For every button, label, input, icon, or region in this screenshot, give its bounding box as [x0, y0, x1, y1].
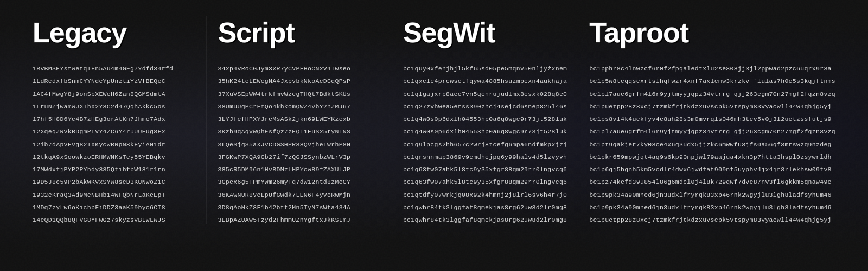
- address-item[interactable]: 17hf5H8D6Yc4B7zHEg3orAtKn7Jhme7Adx: [33, 114, 195, 124]
- address-item[interactable]: bc1p9pk34a90mned6jn3udxlfryrqk83xp46rnk2…: [589, 190, 835, 199]
- address-item[interactable]: bc1pt9qakjer7ky08ce4x6q3udx5jjzkc6mwwfu8…: [589, 140, 835, 149]
- address-item[interactable]: 3LYJfcfHPXYJreMsASk2jkn69LWEYKzexb: [218, 114, 380, 124]
- address-item[interactable]: bc1pl7aue6grfm4l6r9yjtmyyjqpz34vtrrg qjj…: [589, 89, 835, 99]
- address-item[interactable]: bc1q4w0s0p6dxlh04553hp0a6q8wgc9r73jt528l…: [403, 114, 567, 124]
- address-item[interactable]: bc1qlgajxrp8aee7vn5qcnrujudlmx8csxk028q8…: [403, 89, 567, 99]
- address-item[interactable]: bc1pl7aue6grfm4l6r9yjtmyyjqpz34vtrrg qjj…: [589, 127, 835, 136]
- address-item[interactable]: bc1pphr8c4lnwzcf6r0f2fpqaledtxlu2se808jj…: [589, 64, 835, 73]
- title-script: Script: [218, 16, 380, 49]
- address-item[interactable]: bc1qtdfy07wrkjq08x92k4hmnj2j8lrl6sv6h4r7…: [403, 190, 567, 199]
- title-legacy: Legacy: [33, 16, 195, 49]
- address-item[interactable]: bc1qrsnnmap3869v9cmdhcjpq6y99halv4d5lzvy…: [403, 152, 567, 162]
- address-item[interactable]: 14eQD1QQb8QFVG8YFwGz7skyzsvBLWLwJS: [33, 215, 195, 224]
- address-item[interactable]: 35hK24tcLEWcgNA4JxpvbkNkoAcDGqQPsP: [218, 76, 380, 86]
- address-list-legacy: 1BvBMSEYstWetqTFn5Au4m4GFg7xdfd34rfd1LdR…: [33, 64, 195, 224]
- title-taproot: Taproot: [589, 16, 835, 49]
- page-container: Legacy1BvBMSEYstWetqTFn5Au4m4GFg7xdfd34r…: [0, 0, 868, 235]
- address-item[interactable]: 3Kzh9qAqVWQhEsfQz7zEQL1EuSx5tyNLNS: [218, 127, 380, 136]
- address-item[interactable]: bc1q27zvhwea5erss390zhcj4sejcd6snep825l4…: [403, 102, 567, 111]
- address-item[interactable]: 19D5J8c59P2bAkWKvxSYw8scD3KUNWoZ1C: [33, 177, 195, 186]
- address-item[interactable]: 1932eKraQ3Ad9MeNBHb14WFQbNrLaKeEpT: [33, 190, 195, 199]
- column-legacy: Legacy1BvBMSEYstWetqTFn5Au4m4GFg7xdfd34r…: [22, 16, 207, 224]
- address-item[interactable]: 1LruNZjwamWJXThX2Y8C2d47QqhAkkc5os: [33, 102, 195, 111]
- address-item[interactable]: 36KAwNUR8VeLpUfGwdk7LEN6F4yvoRWMjn: [218, 190, 380, 199]
- address-item[interactable]: 17MWdxfjPYP2PYhdy885QtihfbW181r1rn: [33, 165, 195, 174]
- address-item[interactable]: 3Gpex6g5FPmYWm26myFq7dW12ntd8zMcCY: [218, 177, 380, 186]
- address-item[interactable]: 37XuVSEpWW4trkfmvWzegTHQt7BdktSKUs: [218, 89, 380, 99]
- address-item[interactable]: 34xp4vRoCGJym3xR7yCVPFHoCNxv4Twseo: [218, 64, 380, 73]
- address-item[interactable]: bc1puetpp28z8xcj7tzmkfrjtkdzxuvscpk5vtsp…: [589, 215, 835, 224]
- address-item[interactable]: 3EBpAZUAW5Tzyd2FhmmUZnYgftxJkKSLmJ: [218, 215, 380, 224]
- address-item[interactable]: 3LQeSjqS5aXJVCDGSHPR88QvjheTwrhP8N: [218, 140, 380, 149]
- address-item[interactable]: bc1p9pk34a90mned6jn3udxlfryrqk83xp46rnk2…: [589, 203, 835, 212]
- address-item[interactable]: bc1p6qj5hgnh5km5vcdlr4dwx6jwdfat909nf5uy…: [589, 165, 835, 174]
- address-item[interactable]: bc1q63fw07ahk5l8tc9y35xfgr88qm29rr0lngvc…: [403, 177, 567, 186]
- address-item[interactable]: 385cR5DM96n1HvBDMzLHPYcw89fZAXULJP: [218, 165, 380, 174]
- address-item[interactable]: bc1qwhr84tk3lggfaf8qmekjas8rg62uw8d2lr0m…: [403, 203, 567, 212]
- title-segwit: SegWit: [403, 16, 567, 49]
- address-item[interactable]: bc1qwhr84tk3lggfaf8qmekjas8rg62uw8d2lr0m…: [403, 215, 567, 224]
- address-item[interactable]: bc1ps8vl4k4uckfyv4e8uh28s3m0mvrqls046mh3…: [589, 114, 835, 124]
- address-list-taproot: bc1pphr8c4lnwzcf6r0f2fpqaledtxlu2se808jj…: [589, 64, 835, 224]
- address-item[interactable]: 12XqeqZRVkBDgmPLVY4ZC6Y4ruUUEug8Fx: [33, 127, 195, 136]
- column-segwit: SegWitbc1quy0xfenjhjl5kf65sd05pe5mqnv50n…: [392, 16, 578, 224]
- address-list-script: 34xp4vRoCGJym3xR7yCVPFHoCNxv4Twseo35hK24…: [218, 64, 380, 224]
- address-item[interactable]: bc1p5w8tcqqscxrtslhqfwzr4xnf7axlcmw3krzk…: [589, 76, 835, 86]
- address-item[interactable]: 1AC4fMwgY8j9onSbXEWeH6Zan8QGMSdmtA: [33, 89, 195, 99]
- address-item[interactable]: 3FGKwP7XQA9Gb27if7zQGJSSynbzWLrV3p: [218, 152, 380, 162]
- address-item[interactable]: 3D8qAoMkZ8F1b42btt2Mn5TyN7sWfa434A: [218, 203, 380, 212]
- address-item[interactable]: 1MDq7zyLw6oKichbFiDDZ3aaK59byc6CT8: [33, 203, 195, 212]
- address-item[interactable]: 1BvBMSEYstWetqTFn5Au4m4GFg7xdfd34rfd: [33, 64, 195, 73]
- address-item[interactable]: bc1q4w0s0p6dxlh04553hp0a6q8wgc9r73jt528l…: [403, 127, 567, 136]
- address-item[interactable]: bc1q63fw07ahk5l8tc9y35xfgr88qm29rr0lngvc…: [403, 165, 567, 174]
- address-item[interactable]: bc1puetpp28z8xcj7tzmkfrjtkdzxuvscpk5vtsp…: [589, 102, 835, 111]
- address-item[interactable]: bc1pkr659mpwjqt4aq9s6kp90npjwl79aajua4xk…: [589, 152, 835, 162]
- address-item[interactable]: 12ib7dApVFvg82TXKycWBNpN8kFyiAN1dr: [33, 140, 195, 149]
- address-item[interactable]: bc1quy0xfenjhjl5kf65sd05pe5mqnv50nljyżxn…: [403, 64, 567, 73]
- column-script: Script34xp4vRoCGJym3xR7yCVPFHoCNxv4Twseo…: [207, 16, 392, 224]
- address-item[interactable]: bc1qxclc4prcwsctfqywa4885hsuzmpcxn4aukha…: [403, 76, 567, 86]
- address-item[interactable]: bc1pz74kefd39u854l86g6mdcl0j4l8k729qwf7d…: [589, 177, 835, 186]
- column-taproot: Taprootbc1pphr8c4lnwzcf6r0f2fpqaledtxlu2…: [578, 16, 846, 224]
- address-item[interactable]: bc1q9lpcgs2hh657c?wrj8tcefg6mpa6ndfmkpxj…: [403, 140, 567, 149]
- address-list-segwit: bc1quy0xfenjhjl5kf65sd05pe5mqnv50nljyżxn…: [403, 64, 567, 224]
- address-item[interactable]: 12tkqA9xSoowkzoERHMWNKsTey55YEBqkv: [33, 152, 195, 162]
- address-item[interactable]: 38UmuUqPCrFmQo4khkomQwZ4VbY2nZMJ67: [218, 102, 380, 111]
- address-item[interactable]: 1LdRcdxfbSnmCYYNdeYpUnztiYzVfBEQeC: [33, 76, 195, 86]
